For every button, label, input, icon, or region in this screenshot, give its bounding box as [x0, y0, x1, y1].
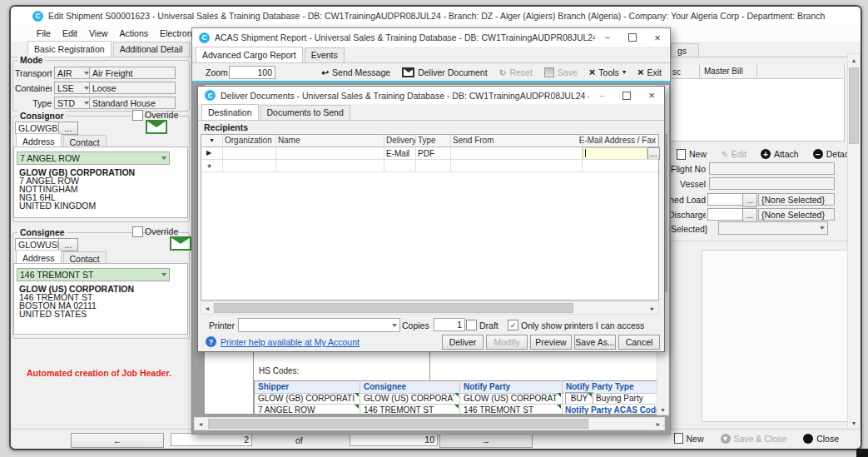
- minimize-icon[interactable]: −: [595, 31, 620, 45]
- tab-documents-to-send[interactable]: Documents to Send: [260, 105, 350, 121]
- zoom-input[interactable]: 100: [229, 66, 275, 79]
- tab-additional-detail[interactable]: Additional Detail: [113, 42, 190, 57]
- email-address-input[interactable]: [583, 147, 647, 160]
- acas-horizontal-scrollbar[interactable]: ◄ ►: [194, 417, 665, 430]
- type-code-combo[interactable]: STD: [54, 97, 92, 109]
- scroll-down-icon[interactable]: ▼: [848, 419, 860, 427]
- scrollbar-thumb[interactable]: [208, 419, 588, 429]
- col-organization[interactable]: Organization: [225, 136, 272, 145]
- cancel-button[interactable]: Cancel: [618, 335, 660, 350]
- consignor-envelope-icon[interactable]: [146, 120, 167, 134]
- copies-label: Copies: [402, 320, 429, 330]
- transport-code-combo[interactable]: AIR: [54, 67, 92, 79]
- resize-grip-icon[interactable]: ⋱: [662, 425, 669, 432]
- total-pages-input[interactable]: 10: [350, 433, 438, 446]
- consignor-browse-button[interactable]: ...: [58, 122, 78, 135]
- hs-codes-label: HS Codes:: [259, 366, 299, 375]
- consignor-address-select[interactable]: 7 ANGEL ROW: [17, 152, 170, 165]
- scroll-left-icon[interactable]: ◄: [203, 302, 211, 314]
- scroll-up-icon[interactable]: ▲: [848, 56, 860, 64]
- filter-icon[interactable]: ▼: [209, 137, 215, 143]
- consignee-tab-address[interactable]: Address: [16, 250, 62, 264]
- tab-advanced-cargo-report[interactable]: Advanced Cargo Report: [196, 47, 303, 63]
- tools-button[interactable]: ×Tools▾: [589, 66, 626, 78]
- deliver-button[interactable]: Deliver: [442, 335, 484, 350]
- discharge-input[interactable]: [707, 208, 746, 221]
- save-as-button[interactable]: Save As...: [574, 335, 616, 350]
- scrollbar-thumb[interactable]: [849, 67, 859, 144]
- col-email-fax[interactable]: E-Mail Address / Fax: [568, 136, 656, 145]
- col-send-from[interactable]: Send From: [453, 136, 494, 145]
- rp-attach-button[interactable]: +Attach: [761, 149, 799, 159]
- discharge-browse-button[interactable]: ...: [742, 208, 757, 222]
- preview-button[interactable]: Preview: [530, 335, 572, 350]
- pencil-icon: ✎: [721, 149, 728, 159]
- footer-new-button[interactable]: New: [674, 433, 704, 444]
- footer-close-button[interactable]: Close: [803, 434, 839, 444]
- planned-load-input[interactable]: [707, 193, 746, 206]
- scroll-left-icon[interactable]: ◄: [196, 418, 205, 430]
- close-icon[interactable]: ×: [645, 31, 670, 45]
- exit-button[interactable]: ×Exit: [637, 66, 662, 78]
- grid-line: [450, 135, 451, 171]
- col-delivery[interactable]: Delivery: [386, 136, 416, 145]
- save-close-icon: ▼: [721, 434, 731, 444]
- prev-page-button[interactable]: ←: [71, 433, 164, 448]
- consignee-tab-contact[interactable]: Contact: [63, 251, 107, 264]
- acas-window-title: ACAS Shipment Report - Universal Sales &…: [215, 32, 595, 42]
- container-code-combo[interactable]: LSE: [54, 82, 92, 94]
- consignee-envelope-icon[interactable]: [170, 236, 191, 251]
- scroll-right-icon[interactable]: ►: [654, 418, 662, 430]
- scroll-right-icon[interactable]: ►: [648, 302, 657, 314]
- footer-save-close-button[interactable]: ▼Save & Close: [721, 434, 787, 444]
- close-icon[interactable]: ×: [639, 88, 664, 102]
- draft-checkbox[interactable]: [466, 320, 477, 330]
- consignor-code-input[interactable]: GLOWGBXNM: [15, 122, 62, 134]
- deliver-horizontal-scrollbar[interactable]: ◄ ►: [201, 301, 659, 315]
- row1-type[interactable]: PDF: [418, 149, 434, 158]
- menu-edit[interactable]: Edit: [57, 28, 83, 38]
- tab-destination[interactable]: Destination: [201, 104, 259, 121]
- consignor-tab-address[interactable]: Address: [16, 133, 62, 147]
- save-button[interactable]: Save: [544, 67, 578, 77]
- deliver-document-button[interactable]: Deliver Document: [402, 67, 487, 77]
- consignor-tab-contact[interactable]: Contact: [63, 135, 107, 147]
- consignee-override-checkbox[interactable]: [132, 226, 143, 237]
- rp-combo[interactable]: [718, 221, 828, 235]
- help-icon[interactable]: ?: [206, 336, 216, 347]
- scroll-down-icon[interactable]: ▼: [657, 405, 668, 414]
- consignee-browse-button[interactable]: ...: [58, 238, 78, 251]
- maximize-icon[interactable]: [620, 31, 645, 45]
- main-vertical-scrollbar[interactable]: ▲ ▼: [847, 53, 861, 430]
- send-message-button[interactable]: ↩Send Message: [321, 67, 390, 77]
- col-notify-party-type: Notify Party Type: [566, 382, 634, 391]
- row1-delivery[interactable]: E-Mail: [386, 149, 409, 158]
- page-number-input[interactable]: 2: [171, 433, 252, 446]
- consignee-address-select[interactable]: 146 TREMONT ST: [17, 268, 170, 281]
- only-show-printers-checkbox[interactable]: ✓: [508, 320, 518, 330]
- consignor-override-checkbox[interactable]: [132, 110, 143, 121]
- deliver-titlebar: C Deliver Documents - Universal Sales & …: [198, 87, 664, 104]
- scrollbar-thumb[interactable]: [214, 303, 573, 313]
- maximize-icon[interactable]: [614, 88, 639, 102]
- menu-view[interactable]: View: [83, 28, 114, 38]
- rp-new-button[interactable]: New: [677, 149, 707, 160]
- tab-events[interactable]: Events: [305, 47, 345, 63]
- menu-actions[interactable]: Actions: [114, 28, 154, 38]
- consignee-code-input[interactable]: GLOWUSBOS: [15, 238, 62, 251]
- cell-marker: [355, 405, 359, 409]
- printer-combo[interactable]: [238, 318, 400, 332]
- planned-load-browse-button[interactable]: ...: [742, 193, 757, 207]
- email-browse-button[interactable]: ...: [647, 147, 660, 160]
- selected-fragment: Selected}: [671, 224, 707, 234]
- printer-help-link[interactable]: Printer help available at My Account: [221, 337, 360, 347]
- reset-button[interactable]: ↻Reset: [499, 67, 533, 77]
- copies-input[interactable]: 1: [434, 318, 465, 331]
- col-name[interactable]: Name: [278, 136, 300, 145]
- col-type[interactable]: Type: [418, 136, 436, 145]
- next-page-button[interactable]: →: [439, 433, 533, 448]
- menu-file[interactable]: File: [31, 28, 57, 38]
- rp-edit-button[interactable]: ✎Edit: [721, 149, 746, 159]
- rp-col-master-bill[interactable]: Master Bill: [699, 65, 757, 77]
- modify-button[interactable]: Modify: [486, 335, 528, 350]
